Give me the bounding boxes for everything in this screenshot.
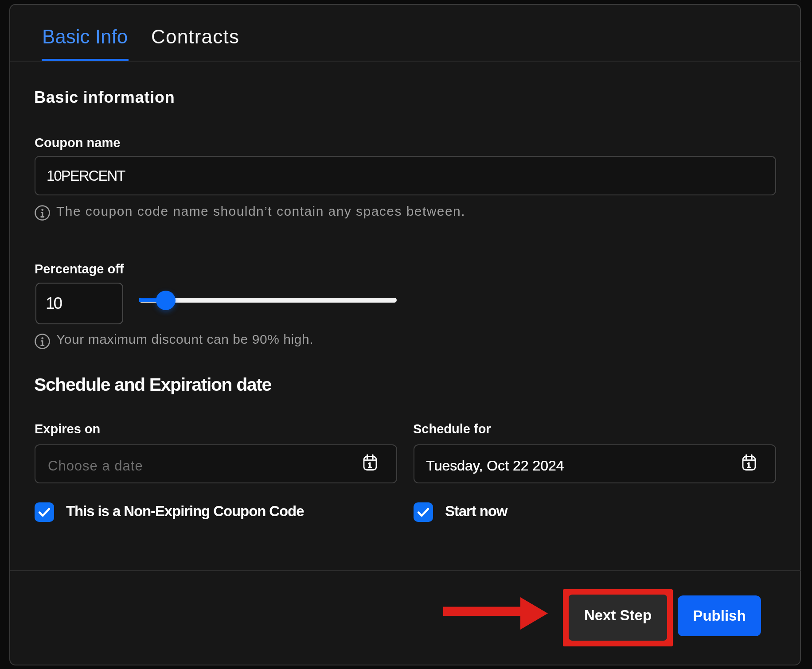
svg-text:1: 1 — [368, 461, 372, 469]
svg-text:1: 1 — [747, 461, 751, 469]
